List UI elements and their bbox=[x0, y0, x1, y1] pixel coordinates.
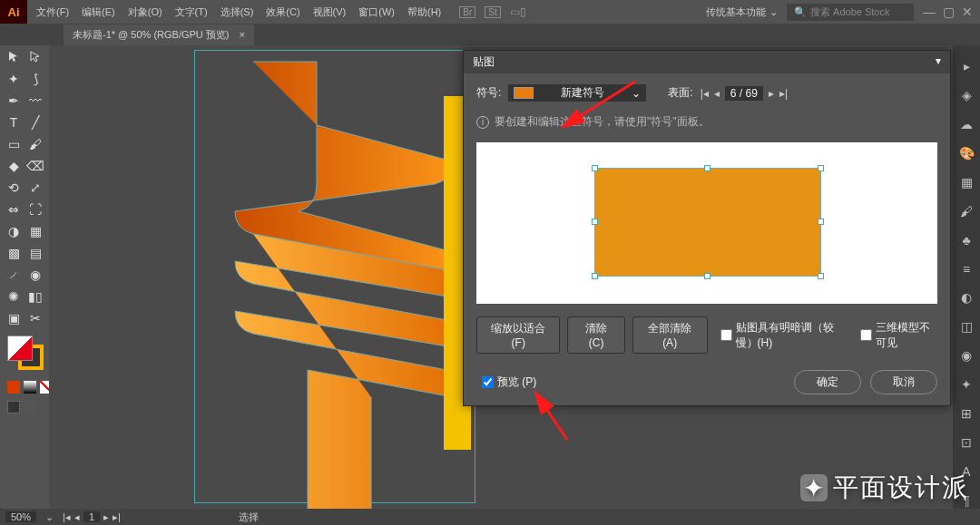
rotate-tool[interactable]: ⟲ bbox=[4, 178, 24, 198]
zoom-level[interactable]: 50% bbox=[5, 511, 36, 522]
rectangle-tool[interactable]: ▭ bbox=[4, 134, 24, 154]
maximize-button[interactable]: ▢ bbox=[943, 5, 955, 19]
artboard-prev[interactable]: ◂ bbox=[74, 511, 80, 523]
artboard-tool[interactable]: ▣ bbox=[4, 308, 24, 328]
properties-panel-icon[interactable]: ▸ bbox=[958, 58, 975, 74]
menu-select[interactable]: 选择(S) bbox=[220, 5, 254, 19]
curvature-tool[interactable]: 〰 bbox=[25, 91, 45, 111]
handle-bl[interactable] bbox=[592, 273, 598, 279]
appearance-panel-icon[interactable]: ◉ bbox=[958, 347, 975, 364]
clear-button[interactable]: 清除 (C) bbox=[567, 316, 624, 354]
transform-panel-icon[interactable]: ⊡ bbox=[958, 434, 975, 451]
screen-mode-normal[interactable] bbox=[7, 401, 20, 413]
gradient-tool[interactable]: ▤ bbox=[25, 243, 45, 263]
selection-tool[interactable] bbox=[4, 47, 24, 67]
menu-effect[interactable]: 效果(C) bbox=[266, 5, 299, 19]
artboard-index[interactable]: 1 bbox=[83, 511, 100, 522]
transparency-panel-icon[interactable]: ◫ bbox=[958, 318, 975, 335]
type-tool[interactable]: T bbox=[4, 112, 24, 132]
handle-tl[interactable] bbox=[592, 165, 598, 171]
slice-tool[interactable]: ✂ bbox=[25, 308, 45, 328]
color-panel-icon[interactable]: 🎨 bbox=[958, 145, 975, 161]
menu-type[interactable]: 文字(T) bbox=[175, 5, 208, 19]
lasso-tool[interactable]: ⟆ bbox=[25, 69, 45, 89]
direct-selection-tool[interactable] bbox=[25, 47, 45, 67]
pen-tool[interactable]: ✒ bbox=[4, 91, 24, 111]
document-tab[interactable]: 未标题-1* @ 50% (RGB/GPU 预览) × bbox=[64, 24, 254, 45]
zoom-chevron-icon[interactable]: ⌄ bbox=[45, 511, 54, 523]
scale-to-fit-button[interactable]: 缩放以适合 (F) bbox=[476, 316, 560, 354]
surface-index-box[interactable]: 6 / 69 bbox=[725, 86, 763, 101]
blend-tool[interactable]: ◉ bbox=[25, 265, 45, 285]
menu-edit[interactable]: 编辑(E) bbox=[82, 5, 115, 19]
shade-checkbox-input[interactable] bbox=[720, 329, 732, 341]
shaper-tool[interactable]: ◆ bbox=[4, 156, 24, 176]
scale-tool[interactable]: ⤢ bbox=[25, 178, 45, 198]
mapped-symbol-rect[interactable] bbox=[594, 168, 821, 277]
brushes-panel-icon[interactable]: 🖌 bbox=[958, 203, 975, 219]
preview-checkbox[interactable]: 预览 (P) bbox=[482, 374, 536, 390]
symbol-sprayer-tool[interactable]: ✺ bbox=[4, 287, 24, 306]
artboard-last[interactable]: ▸| bbox=[113, 511, 121, 523]
menu-view[interactable]: 视图(V) bbox=[313, 5, 347, 19]
libraries-panel-icon[interactable]: ☁ bbox=[958, 116, 975, 132]
surface-next-button[interactable]: ▸ bbox=[769, 87, 774, 100]
color-mode-gradient[interactable] bbox=[24, 381, 36, 394]
handle-mr[interactable] bbox=[818, 219, 824, 225]
layers-panel-icon[interactable]: ◈ bbox=[958, 87, 975, 103]
surface-prev-button[interactable]: ◂ bbox=[714, 87, 720, 100]
shape-builder-tool[interactable]: ◑ bbox=[4, 221, 24, 241]
menu-help[interactable]: 帮助(H) bbox=[407, 5, 441, 19]
column-graph-tool[interactable]: ▮▯ bbox=[25, 287, 45, 306]
close-tab-icon[interactable]: × bbox=[240, 29, 245, 40]
magic-wand-tool[interactable]: ✦ bbox=[4, 69, 24, 89]
dialog-menu-icon[interactable]: ▾ bbox=[936, 54, 941, 70]
map-preview-area[interactable] bbox=[476, 142, 937, 304]
surface-first-button[interactable]: |◂ bbox=[701, 87, 709, 100]
stock-search[interactable]: 🔍 搜索 Adobe Stock bbox=[787, 4, 914, 21]
menu-window[interactable]: 窗口(W) bbox=[358, 5, 395, 19]
swatches-panel-icon[interactable]: ▦ bbox=[958, 174, 975, 190]
shade-checkbox[interactable]: 贴图具有明暗调（较慢）(H) bbox=[720, 320, 848, 351]
line-tool[interactable]: ╱ bbox=[25, 112, 45, 132]
paintbrush-tool[interactable]: 🖌 bbox=[25, 134, 45, 154]
fill-swatch[interactable] bbox=[7, 335, 33, 361]
bridge-icon[interactable]: Br bbox=[459, 6, 475, 18]
perspective-tool[interactable]: ▦ bbox=[25, 221, 45, 241]
stock-icon[interactable]: St bbox=[485, 6, 500, 18]
stroke-panel-icon[interactable]: ≡ bbox=[958, 261, 975, 277]
eyedropper-tool[interactable]: ⟋ bbox=[4, 265, 24, 285]
artboard-next[interactable]: ▸ bbox=[103, 511, 109, 523]
handle-tc[interactable] bbox=[704, 165, 710, 171]
minimize-button[interactable]: — bbox=[923, 5, 936, 19]
gradient-panel-icon[interactable]: ◐ bbox=[958, 290, 975, 306]
menu-file[interactable]: 文件(F) bbox=[36, 5, 69, 19]
workspace-selector[interactable]: 传统基本功能 ⌄ bbox=[706, 5, 778, 19]
align-panel-icon[interactable]: ⊞ bbox=[958, 405, 975, 422]
graphic-styles-panel-icon[interactable]: ✦ bbox=[958, 376, 975, 393]
cancel-button[interactable]: 取消 bbox=[870, 370, 937, 394]
arrange-icon[interactable]: ▭▯ bbox=[510, 5, 526, 18]
color-mode-color[interactable] bbox=[7, 381, 20, 394]
artboard-first[interactable]: |◂ bbox=[63, 511, 71, 523]
handle-tr[interactable] bbox=[818, 165, 824, 171]
symbols-panel-icon[interactable]: ♣ bbox=[958, 232, 975, 248]
handle-bc[interactable] bbox=[704, 273, 710, 279]
invisible-geometry-checkbox[interactable]: 三维模型不可见 bbox=[860, 320, 937, 351]
handle-ml[interactable] bbox=[592, 219, 598, 225]
clear-all-button[interactable]: 全部清除 (A) bbox=[632, 316, 708, 354]
handle-br[interactable] bbox=[818, 273, 824, 279]
preview-checkbox-input[interactable] bbox=[482, 376, 494, 388]
fill-stroke-swatches[interactable] bbox=[4, 335, 45, 372]
eraser-tool[interactable]: ⌫ bbox=[25, 156, 45, 176]
close-button[interactable]: ✕ bbox=[962, 5, 973, 19]
free-transform-tool[interactable]: ⛶ bbox=[25, 199, 45, 219]
symbol-dropdown[interactable]: 新建符号 ⌄ bbox=[508, 84, 646, 102]
surface-last-button[interactable]: ▸| bbox=[779, 87, 788, 100]
mesh-tool[interactable]: ▩ bbox=[4, 243, 24, 263]
ok-button[interactable]: 确定 bbox=[794, 370, 861, 394]
screen-mode-full[interactable] bbox=[24, 401, 36, 413]
menu-object[interactable]: 对象(O) bbox=[128, 5, 162, 19]
invisible-geometry-input[interactable] bbox=[860, 329, 872, 341]
width-tool[interactable]: ⇔ bbox=[4, 199, 24, 219]
